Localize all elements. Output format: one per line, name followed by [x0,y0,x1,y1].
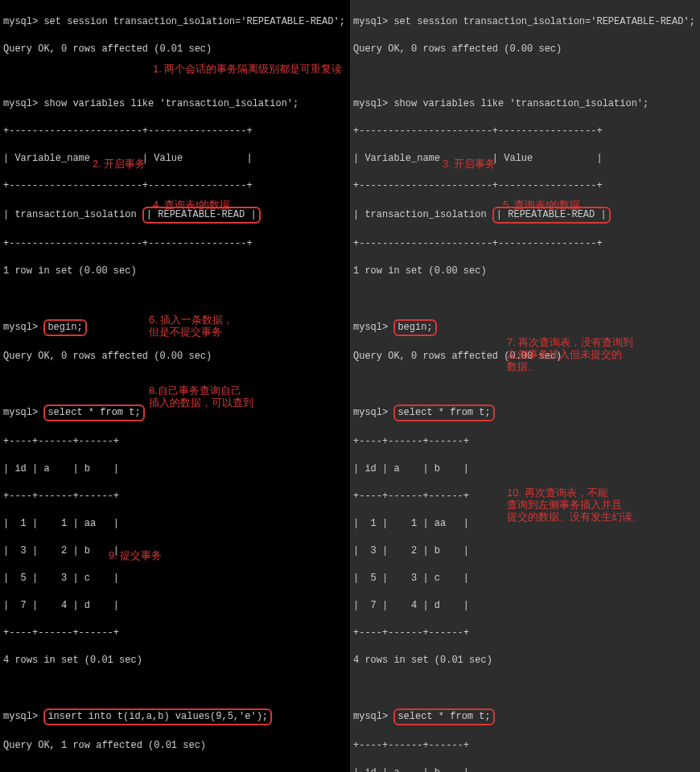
highlighted-cmd: select * from t; [393,708,494,725]
annotation-7: 7. 再次查询表，没有查询到 左侧事务插入但未提交的 数据。 [507,336,633,372]
annotation-2: 2. 开启事务 [93,158,146,170]
line: mysql> set session transaction_isolation… [3,15,347,29]
line: 1 row in set (0.00 sec) [353,265,697,278]
line: mysql> set session transaction_isolation… [353,15,697,29]
annotation-4: 4. 查询表t的数据 [153,199,230,211]
line: mysql> begin; [353,319,697,336]
annotation-5: 5. 查询表t的数据 [503,199,580,211]
line: mysql> select * from t; [353,404,697,421]
highlighted-cmd: begin; [393,319,436,336]
line: mysql> show variables like 'transaction_… [3,97,347,111]
annotation-6: 6. 插入一条数据， 但是不提交事务 [149,314,233,338]
line: +-----------------------+---------------… [353,179,697,193]
highlighted-cmd: insert into t(id,a,b) values(9,5,'e'); [43,708,272,725]
line: | id | a | b | [3,462,347,476]
line: 1 row in set (0.00 sec) [3,265,347,278]
line: +-----------------------+---------------… [3,237,347,251]
annotation-3: 3. 开启事务 [443,158,496,170]
line: +----+------+------+ [353,626,697,640]
annotation-8: 8.自己事务查询自己 插入的数据，可以查到 [149,384,253,409]
highlighted-cmd: select * from t; [393,404,494,421]
line: | 5 | 3 | c | [3,572,347,585]
line: +----+------+------+ [353,435,697,449]
line: +-----------------------+---------------… [353,237,697,251]
terminal-pane-left: mysql> set session transaction_isolation… [0,0,350,772]
line: | 3 | 2 | b | [3,544,347,558]
line: +----+------+------+ [3,490,347,503]
line: | 7 | 4 | d | [353,599,697,613]
terminal-pane-right: mysql> set session transaction_isolation… [350,0,700,772]
annotation-9: 9. 提交事务 [109,549,162,561]
line: 4 rows in set (0.01 sec) [353,654,697,667]
line: | 3 | 2 | b | [353,544,697,558]
line: mysql> select * from t; [353,708,697,725]
line: | id | a | b | [353,462,697,476]
annotation-10: 10. 再次查询表，不能 查询到左侧事务插入并且 提交的数据。没有发生幻读。 [507,487,643,523]
annotation-1: 1. 两个会话的事务隔离级别都是可重复读 [153,63,342,75]
line: | Variable_name | Value | [353,152,697,166]
line: | id | a | b | [353,766,697,772]
line: +----+------+------+ [353,739,697,753]
line: 4 rows in set (0.01 sec) [3,654,347,667]
line: | Variable_name | Value | [3,152,347,166]
line: +-----------------------+---------------… [353,125,697,138]
line: | 7 | 4 | d | [3,599,347,613]
line: mysql> show variables like 'transaction_… [353,97,697,111]
line: +-----------------------+---------------… [3,179,347,193]
line: +----+------+------+ [3,435,347,449]
line: | 1 | 1 | aa | [3,517,347,531]
highlighted-cmd: begin; [43,319,86,336]
line: Query OK, 0 rows affected (0.01 sec) [3,43,347,56]
line: Query OK, 0 rows affected (0.00 sec) [353,43,697,56]
highlighted-cmd: select * from t; [43,404,144,421]
line: | 5 | 3 | c | [353,572,697,585]
line: Query OK, 0 rows affected (0.00 sec) [3,350,347,363]
line: +-----------------------+---------------… [3,125,347,138]
line: Query OK, 1 row affected (0.01 sec) [3,739,347,753]
line: mysql> insert into t(id,a,b) values(9,5,… [3,708,347,725]
line: +----+------+------+ [3,626,347,640]
